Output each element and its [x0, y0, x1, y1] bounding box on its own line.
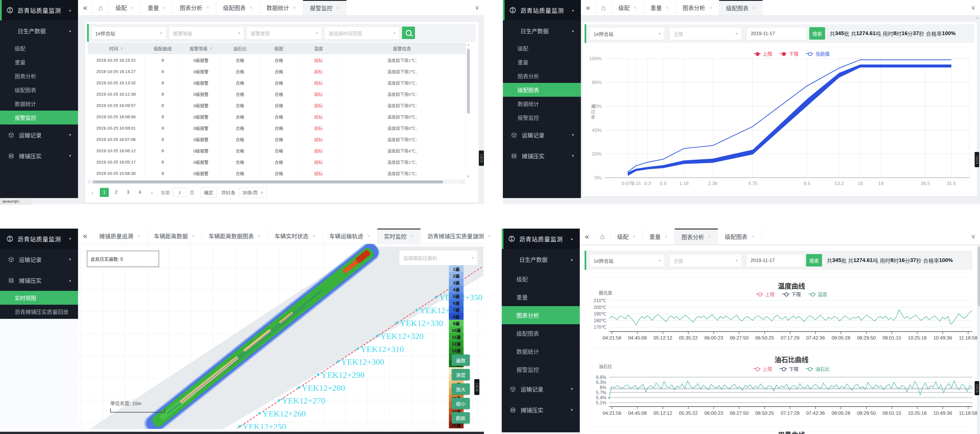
close-icon[interactable]: × — [131, 5, 134, 11]
tab[interactable]: 级配图表× — [216, 0, 260, 15]
confirm-button[interactable]: 确定 — [200, 187, 217, 198]
sidebar-header[interactable]: 沥青站质量监测▼ — [0, 228, 78, 249]
pass-count-chip[interactable]: 10遍 — [449, 327, 464, 333]
map-tool-button[interactable]: 放大 — [452, 383, 470, 395]
page-number-button[interactable]: 1 — [100, 188, 109, 197]
tab[interactable]: 重量× — [141, 0, 173, 15]
sidebar-item[interactable]: 级配图表 — [502, 324, 580, 342]
sidebar-group[interactable]: 日生产数据▲ — [0, 21, 78, 41]
close-icon[interactable]: × — [411, 233, 414, 239]
sidebar-item[interactable]: 数据统计 — [0, 97, 78, 111]
tab[interactable]: 图表分析× — [676, 0, 719, 15]
vscroll-thumb[interactable] — [467, 49, 470, 114]
column-header[interactable]: 报警信息 — [338, 42, 466, 54]
tab[interactable]: 沥青摊铺压实质量监测× — [421, 228, 498, 243]
close-icon[interactable]: × — [709, 5, 712, 11]
sidebar-item[interactable]: 重量 — [503, 55, 581, 69]
map-tool-button[interactable]: 刷新 — [452, 412, 470, 424]
sidebar-item[interactable]: 图表分析 — [0, 69, 78, 83]
search-button[interactable]: 搜索 — [806, 254, 822, 266]
map-tool-button[interactable]: 缩小 — [452, 398, 470, 409]
select-field[interactable]: 1#拌合站▼ — [589, 27, 665, 40]
select-field[interactable]: 全部▼ — [669, 254, 742, 267]
pass-count-chip[interactable]: 13遍 — [449, 347, 464, 354]
sidebar-item[interactable]: 级配 — [0, 41, 78, 55]
column-header[interactable]: 时间▲▼ — [88, 42, 145, 54]
tab[interactable]: 车辆距离数据图表× — [202, 228, 268, 243]
pass-count-chip[interactable]: 2遍 — [449, 272, 464, 279]
more-tabs-icon[interactable]: ∨ — [475, 0, 479, 15]
close-icon[interactable]: × — [336, 5, 339, 11]
tab[interactable]: 实时监控× — [377, 228, 421, 243]
roller-select[interactable]: 选择跟踪压路机▼ — [399, 250, 478, 265]
sidebar-group[interactable]: 摊铺压实▲ — [0, 270, 78, 291]
collapse-sidebar-icon[interactable]: « — [581, 0, 595, 15]
tab[interactable]: 级配× — [611, 228, 643, 244]
sidebar-item[interactable]: 级配图表 — [503, 83, 581, 97]
date-field[interactable]: 2019-11-17 — [746, 254, 805, 267]
tab[interactable]: 车辆运输轨迹× — [323, 228, 377, 243]
sidebar-group[interactable]: 摊铺压实▼ — [0, 145, 78, 166]
goto-page-input[interactable] — [173, 188, 187, 197]
close-icon[interactable]: × — [258, 233, 261, 239]
scroll-extension-widget[interactable] — [975, 381, 979, 395]
sidebar-item[interactable]: 重量 — [0, 55, 78, 69]
scroll-extension-widget[interactable] — [474, 379, 479, 395]
sidebar-header[interactable]: 沥青站质量监测▲ — [502, 228, 580, 249]
tab[interactable]: 报警监控× — [303, 0, 347, 15]
map-tool-button[interactable]: 遍数 — [452, 354, 470, 366]
tab[interactable]: 级配图表× — [718, 228, 762, 244]
pass-count-chip[interactable]: 7遍 — [449, 306, 464, 313]
pass-count-chip[interactable]: 3遍 — [449, 279, 464, 286]
sidebar-header[interactable]: 沥青站质量监测▲ — [0, 0, 78, 21]
pass-count-chip[interactable]: 1遍 — [449, 265, 464, 272]
close-icon[interactable]: × — [752, 5, 756, 11]
column-header[interactable]: 油石比 — [221, 42, 259, 54]
hscroll-left-icon[interactable]: ‹ — [88, 180, 92, 184]
scroll-extension-widget[interactable] — [479, 150, 484, 166]
tab[interactable]: 级配× — [109, 0, 141, 15]
tab[interactable]: 图表分析× — [675, 228, 718, 244]
hscroll-thumb[interactable] — [93, 180, 443, 183]
collapse-sidebar-icon[interactable]: « — [78, 228, 92, 243]
sidebar-group[interactable]: 运输记录▼ — [0, 249, 78, 270]
close-icon[interactable]: × — [708, 234, 711, 240]
sidebar-item[interactable]: 报警监控 — [502, 361, 580, 378]
sidebar-item[interactable]: 级配 — [502, 270, 580, 288]
sidebar-item[interactable]: 报警监控 — [0, 111, 78, 124]
close-icon[interactable]: × — [293, 5, 296, 11]
vscroll-up-icon[interactable]: ▲ — [466, 43, 470, 47]
tab[interactable]: 摊铺质量追溯× — [92, 228, 147, 243]
close-icon[interactable]: × — [751, 234, 754, 239]
sidebar-group[interactable]: 摊铺压实▼ — [503, 145, 581, 166]
tab[interactable]: 级配× — [612, 0, 644, 15]
close-icon[interactable]: × — [634, 5, 637, 11]
sidebar-item[interactable]: 数据统计 — [503, 97, 581, 111]
close-icon[interactable]: × — [633, 234, 636, 239]
column-header[interactable]: 级配 — [259, 42, 299, 54]
sidebar-group[interactable]: 运输记录▼ — [502, 378, 580, 399]
select-field[interactable]: 报警等级▼ — [169, 27, 244, 40]
tab[interactable]: 图表分析× — [173, 0, 216, 15]
collapse-sidebar-icon[interactable]: « — [580, 228, 594, 244]
sidebar-item[interactable]: 实时视图 — [0, 291, 78, 305]
sidebar-item[interactable]: 图表分析 — [503, 69, 581, 83]
hscroll-right-icon[interactable]: › — [463, 180, 466, 184]
close-icon[interactable]: × — [250, 5, 253, 11]
pass-count-chip[interactable]: 12遍 — [449, 340, 464, 347]
column-header[interactable]: 报警等级▲▼ — [181, 42, 221, 54]
pass-count-chip[interactable]: 6遍 — [449, 299, 464, 306]
select-field[interactable]: 1#拌合站▼ — [589, 254, 665, 267]
page-number-button[interactable]: 4 — [135, 188, 145, 197]
tab[interactable]: 车辆距离数据× — [147, 228, 202, 243]
tab[interactable]: 车辆实时状态× — [268, 228, 323, 243]
pass-count-chip[interactable]: 9遍 — [449, 320, 464, 327]
close-icon[interactable]: × — [192, 233, 195, 239]
date-field[interactable]: 2019-11-17 — [746, 27, 807, 40]
close-icon[interactable]: × — [137, 233, 140, 239]
tab[interactable]: 重量× — [644, 0, 676, 15]
tab-home[interactable]: ⌂ — [92, 0, 109, 15]
select-field[interactable]: 请选择时间范围▼ — [324, 27, 400, 40]
sidebar-group[interactable]: 运输记录▼ — [0, 124, 78, 145]
sidebar-item[interactable]: 报警监控 — [503, 111, 581, 124]
